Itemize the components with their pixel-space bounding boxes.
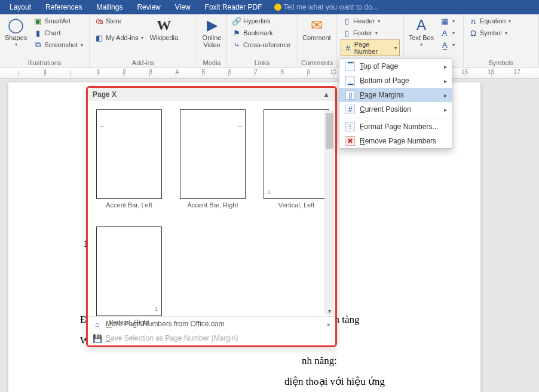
group-links: 🔗Hyperlink ⚑Bookmark ⤷Cross-reference Li… [227, 14, 298, 68]
pagenumber-button[interactable]: #Page Number▾ [341, 39, 400, 56]
current-position-icon: # [345, 105, 355, 114]
textbox-label: Text Box [409, 34, 434, 41]
comment-icon: ✉ [307, 17, 326, 33]
format-icon: ⁝ [345, 122, 355, 131]
symbol-label: Symbol [480, 29, 502, 36]
store-label: Store [106, 17, 121, 24]
arrow-right-icon: ▸ [327, 321, 330, 327]
tell-me-placeholder: Tell me what you want to do... [284, 3, 378, 11]
header-icon: ▯ [342, 16, 351, 26]
tab-review[interactable]: Review [130, 1, 167, 14]
header-button[interactable]: ▯Header▾ [341, 16, 400, 26]
group-symbols: πEquation▾ ΩSymbol▾ Symbols [464, 14, 539, 68]
gallery-title: Page X [93, 90, 117, 99]
crossref-label: Cross-reference [243, 41, 290, 48]
menu-remove-page-numbers[interactable]: ✖ Remove Page Numbers [339, 134, 452, 148]
equation-label: Equation [480, 17, 506, 24]
textbox-button[interactable]: A Text Box ▾ [408, 16, 435, 48]
menu-format-page-numbers[interactable]: ⁝ Format Page Numbers... [339, 120, 452, 134]
gallery-item-accent-bar-left[interactable]: ⎯ Accent Bar, Left [96, 109, 162, 209]
hyperlink-label: Hyperlink [243, 17, 271, 24]
quickparts-button[interactable]: ▦▾ [439, 16, 456, 26]
gallery-scrollbar[interactable]: ▾ [324, 111, 334, 315]
pagenumber-label: Page Number [354, 41, 391, 55]
scrollbar-thumb[interactable] [326, 113, 333, 149]
menu-top-of-page[interactable]: ▔ Top of Page▸ [339, 59, 452, 74]
online-video-button[interactable]: ▶ Online Video [201, 16, 223, 50]
tab-layout[interactable]: Layout [2, 1, 38, 14]
shapes-button[interactable]: ◯ Shapes ▾ [4, 16, 28, 48]
wikipedia-icon: W [154, 17, 173, 33]
group-links-label: Links [231, 59, 293, 68]
save-icon: 💾 [93, 333, 102, 343]
gallery-item-vertical-left[interactable]: 1 Vertical, Left [264, 109, 329, 209]
addins-icon: ◧ [94, 33, 104, 42]
footer-button[interactable]: ▯Footer▾ [341, 27, 400, 38]
textbox-icon: A [412, 17, 431, 33]
group-comments-label: Comments [301, 59, 333, 68]
menu-separator [339, 118, 452, 118]
wikipedia-button[interactable]: W Wikipedia [148, 16, 179, 42]
store-button[interactable]: 🛍Store [93, 16, 145, 26]
group-media-label: Media [201, 59, 223, 68]
chevron-right-icon: ▸ [444, 92, 447, 99]
doc-text: diện thoại với hiệu ứng [284, 376, 385, 387]
gallery-body: ⎯ Accent Bar, Left ⎯ Accent Bar, Right 1… [88, 101, 335, 316]
menu-bottom-of-page[interactable]: ▁ Bottom of Page▸ [339, 74, 452, 88]
group-illustrations: ◯ Shapes ▾ ▣SmartArt ▮Chart ⧉Screenshot▾… [0, 14, 90, 68]
pagenumber-margin-gallery: Page X ▴ ⎯ Accent Bar, Left ⎯ Accent Bar… [86, 86, 337, 347]
symbol-button[interactable]: ΩSymbol▾ [467, 27, 512, 38]
smartart-label: SmartArt [44, 17, 70, 24]
hyperlink-icon: 🔗 [232, 16, 241, 26]
store-icon: 🛍 [94, 16, 104, 26]
group-media: ▶ Online Video Media [197, 14, 227, 68]
tab-references[interactable]: References [38, 1, 89, 14]
gallery-header: Page X ▴ [88, 88, 335, 101]
wordart-button[interactable]: A▾ [439, 27, 456, 38]
chart-icon: ▮ [33, 28, 42, 38]
ribbon: ◯ Shapes ▾ ▣SmartArt ▮Chart ⧉Screenshot▾… [0, 14, 539, 68]
thumb-preview: 1 [264, 109, 329, 199]
symbol-icon: Ω [468, 28, 478, 38]
comment-button[interactable]: ✉ Comment [301, 16, 332, 42]
online-video-label: Online Video [202, 34, 222, 48]
equation-button[interactable]: πEquation▾ [467, 16, 512, 26]
thumb-label: Accent Bar, Right [188, 201, 238, 209]
hyperlink-button[interactable]: 🔗Hyperlink [231, 16, 292, 26]
scroll-down-icon[interactable]: ▾ [325, 308, 334, 314]
tab-foxit[interactable]: Foxit Reader PDF [198, 1, 270, 14]
tell-me-search[interactable]: Tell me what you want to do... [274, 3, 378, 11]
scroll-up-icon[interactable]: ▴ [322, 90, 330, 99]
chart-button[interactable]: ▮Chart [32, 27, 84, 38]
bookmark-button[interactable]: ⚑Bookmark [231, 27, 292, 38]
tab-mailings[interactable]: Mailings [89, 1, 130, 14]
remove-icon: ✖ [345, 136, 355, 146]
menu-current-position[interactable]: # Current Position▸ [339, 102, 452, 117]
gallery-item-accent-bar-right[interactable]: ⎯ Accent Bar, Right [180, 109, 246, 209]
wikipedia-label: Wikipedia [149, 34, 178, 41]
dropcap-button[interactable]: A̲▾ [439, 39, 456, 50]
chart-label: Chart [44, 29, 60, 36]
shapes-icon: ◯ [7, 17, 26, 33]
group-illustrations-label: Illustrations [4, 59, 85, 68]
page-top-icon: ▔ [345, 62, 355, 71]
gallery-item-vertical-right[interactable]: 1 Vertical, Right [96, 226, 162, 326]
smartart-button[interactable]: ▣SmartArt [32, 16, 84, 26]
crossref-button[interactable]: ⤷Cross-reference [231, 39, 292, 50]
tab-view[interactable]: View [168, 1, 198, 14]
thumb-preview: ⎯ [96, 109, 162, 199]
bulb-icon [274, 4, 281, 11]
thumb-label: Vertical, Right [109, 318, 149, 326]
screenshot-button[interactable]: ⧉Screenshot▾ [32, 39, 84, 50]
menu-page-margins[interactable]: ▯ Page Margins▸ [339, 88, 452, 102]
horizontal-ruler[interactable]: 1 1 2 3 4 5 6 7 8 9 10 11 12 13 14 15 16… [0, 68, 539, 79]
screenshot-icon: ⧉ [33, 40, 42, 50]
page-margins-icon: ▯ [345, 90, 355, 100]
thumb-label: Vertical, Left [278, 201, 315, 209]
group-comments: ✉ Comment Comments [298, 14, 337, 68]
thumb-label: Accent Bar, Left [106, 201, 152, 209]
myaddins-button[interactable]: ◧My Add-ins▾ [93, 32, 145, 43]
ribbon-tab-bar: Layout References Mailings Review View F… [0, 0, 539, 14]
thumb-preview: 1 [96, 226, 162, 316]
save-selection: 💾 Save Selection as Page Number (Margin) [88, 331, 335, 345]
